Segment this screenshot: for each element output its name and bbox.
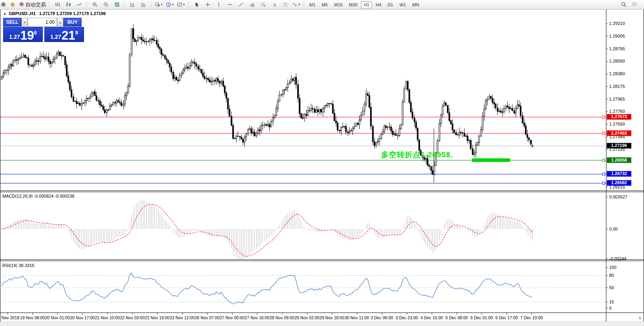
- toolbar-group-grip: [188, 2, 190, 8]
- candlestick-chart-icon: [66, 2, 71, 7]
- timeframe-w1-button[interactable]: W1: [397, 1, 409, 8]
- svg-text:1.27550: 1.27550: [609, 122, 625, 126]
- search-button[interactable]: [618, 1, 629, 9]
- line-chart-icon: [77, 2, 82, 7]
- svg-text:27 Nov 16:00: 27 Nov 16:00: [245, 315, 270, 320]
- text-label-button[interactable]: T: [280, 1, 290, 9]
- volume-increase-button[interactable]: ▲: [57, 18, 63, 27]
- dropdown-caret-icon[interactable]: ▾: [172, 3, 173, 6]
- mt4-window: 单 自动交易 ▾▾▾EFAT▾M1M5M15M30H1H4D1W1MN 1.29…: [0, 0, 644, 326]
- timeframe-m15-button[interactable]: M15: [332, 1, 345, 8]
- autotrading-icon: [19, 2, 24, 7]
- svg-text:1.27196: 1.27196: [611, 143, 627, 148]
- svg-text:22 Nov 03:00: 22 Nov 03:00: [120, 315, 145, 320]
- dropdown-caret-icon[interactable]: ▾: [161, 3, 162, 6]
- chart-symbol-period: GBPUSD-,H1: [9, 11, 36, 16]
- auto-scroll-icon: [141, 2, 146, 7]
- toolbar-group-grip: [48, 2, 50, 8]
- chart-background: [0, 9, 644, 322]
- templates-button[interactable]: ▾: [176, 1, 186, 9]
- price-badge-1.26582: 1.26582: [607, 180, 631, 186]
- arrows-button[interactable]: ▾: [291, 1, 301, 9]
- new-order-button-partial[interactable]: 单: [0, 1, 7, 8]
- buy-price-big: 21: [61, 30, 75, 42]
- price-badge-1.27403: 1.27403: [607, 130, 631, 136]
- dropdown-caret-icon[interactable]: ▾: [183, 3, 185, 6]
- cursor-icon: [194, 2, 199, 7]
- time-axis-scroll[interactable]: ⇅: [638, 316, 642, 320]
- chart-canvas[interactable]: 1.292101.290051.287951.285901.283801.281…: [0, 0, 644, 326]
- sell-price-pip: 6: [34, 30, 37, 36]
- svg-text:22 Nov 19:00: 22 Nov 19:00: [145, 315, 170, 320]
- text-button[interactable]: A: [269, 1, 279, 9]
- level-endpoint-marker: [602, 159, 605, 162]
- svg-text:⇅: ⇅: [638, 316, 642, 320]
- svg-text:16 Nov 2018: 16 Nov 2018: [0, 315, 19, 320]
- sell-price-big: 19: [20, 30, 34, 42]
- svg-text:1.28795: 1.28795: [609, 46, 625, 51]
- timeframe-m5-button[interactable]: M5: [319, 1, 330, 8]
- chat-icon: [632, 2, 637, 7]
- new-order-icon[interactable]: [7, 1, 17, 9]
- buy-price-prefix: 1.27: [50, 34, 61, 40]
- horizontal-line-button[interactable]: [225, 1, 235, 9]
- svg-text:1.26732: 1.26732: [611, 171, 627, 176]
- chart-ohlc-values: 1.27179 1.27209 1.27179 1.27196: [39, 11, 106, 16]
- autotrading-button[interactable]: 自动交易: [18, 1, 47, 9]
- svg-text:21 Nov 10:00: 21 Nov 10:00: [95, 315, 120, 320]
- cursor-button[interactable]: [191, 1, 202, 9]
- line-chart-button[interactable]: [74, 1, 84, 9]
- bar-chart-icon: [55, 2, 60, 7]
- text-icon: A: [272, 2, 277, 7]
- sell-price-button[interactable]: 1.27 19 6: [3, 27, 43, 42]
- vertical-line-icon: [216, 2, 221, 7]
- svg-text:T: T: [284, 3, 286, 7]
- timeframe-m1-button[interactable]: M1: [307, 1, 318, 8]
- svg-text:1.28175: 1.28175: [609, 84, 625, 89]
- price-badge-1.26732: 1.26732: [607, 171, 631, 177]
- crosshair-button[interactable]: [202, 1, 213, 9]
- periods-button[interactable]: ▾: [165, 1, 175, 9]
- svg-text:28 Nov 09:00: 28 Nov 09:00: [270, 315, 295, 320]
- svg-text:30 Nov 11:00: 30 Nov 11:00: [345, 315, 369, 320]
- svg-text:100: 100: [609, 265, 616, 270]
- toolbar-group-grip: [86, 2, 88, 8]
- svg-text:F: F: [264, 5, 265, 7]
- collapse-triangle-icon[interactable]: ▲: [3, 12, 6, 15]
- svg-text:1.29005: 1.29005: [609, 34, 625, 38]
- trendline-button[interactable]: [236, 1, 246, 9]
- chat-button[interactable]: [629, 1, 640, 9]
- candlestick-chart-button[interactable]: [63, 1, 73, 9]
- fibonacci-button[interactable]: F: [258, 1, 268, 9]
- timeframe-d1-button[interactable]: D1: [385, 1, 396, 8]
- volume-input[interactable]: [28, 18, 57, 27]
- trendline-icon: [238, 2, 244, 7]
- zoom-out-icon: [103, 2, 109, 7]
- auto-scroll-button[interactable]: [138, 1, 149, 9]
- buy-button[interactable]: BUY: [63, 18, 82, 27]
- timeframe-h1-button[interactable]: H1: [361, 1, 372, 8]
- svg-text:1.26582: 1.26582: [611, 180, 627, 185]
- volume-decrease-button[interactable]: ▼: [21, 18, 28, 27]
- tile-windows-icon: [114, 2, 120, 7]
- timeframe-h4-button[interactable]: H4: [373, 1, 384, 8]
- dropdown-caret-icon[interactable]: ▾: [298, 3, 300, 6]
- level-endpoint-marker: [602, 182, 605, 185]
- zoom-out-button[interactable]: [101, 1, 111, 9]
- toolbar-group-grip: [150, 2, 152, 8]
- timeframe-m30-button[interactable]: M30: [346, 1, 360, 8]
- sell-price-prefix: 1.27: [9, 34, 20, 40]
- equidistant-channel-button[interactable]: E: [247, 1, 257, 9]
- bar-chart-button[interactable]: [52, 1, 62, 9]
- sell-button[interactable]: SELL: [3, 18, 21, 27]
- new-chart-button[interactable]: ▾: [154, 1, 164, 9]
- zoom-in-button[interactable]: [90, 1, 100, 9]
- price-badge-1.27673: 1.27673: [607, 114, 631, 120]
- tile-windows-button[interactable]: [112, 1, 122, 9]
- toolbar-group-grip: [303, 2, 305, 8]
- buy-price-button[interactable]: 1.27 21 9: [44, 27, 84, 42]
- timeframe-mn-button[interactable]: MN: [410, 1, 422, 8]
- svg-text:20 Nov 01:00: 20 Nov 01:00: [45, 315, 70, 320]
- vertical-line-button[interactable]: [213, 1, 224, 9]
- chart-shift-button[interactable]: [127, 1, 137, 9]
